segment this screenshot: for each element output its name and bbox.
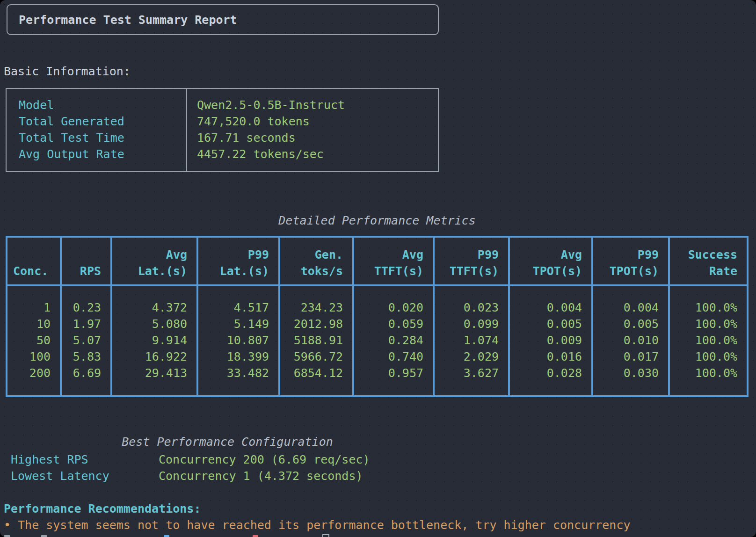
- best-config-row: Lowest LatencyConcurrency 1 (4.372 secon…: [11, 468, 370, 484]
- cell: 200: [11, 365, 51, 381]
- cell: 10: [11, 316, 51, 332]
- metrics-table-header: Conc. RPS AvgLat.(s) P99Lat.(s) Gen.toks…: [7, 238, 747, 286]
- cell: 100.0%: [674, 365, 737, 381]
- column-rps: 0.23 1.97 5.07 5.83 6.69: [60, 286, 110, 395]
- basic-info-label: Total Generated: [19, 113, 186, 130]
- cell: 100.0%: [674, 299, 737, 316]
- cell: 0.004: [514, 299, 582, 316]
- column-avg-lat: 4.372 5.080 9.914 16.922 29.413: [110, 286, 196, 395]
- cell: 0.016: [514, 348, 582, 365]
- column-header-p99-ttft: P99TTFT(s): [433, 238, 508, 284]
- cell: 10.807: [202, 332, 269, 348]
- cell: 100.0%: [674, 316, 737, 332]
- column-header-p99-tpot: P99TPOT(s): [591, 238, 668, 284]
- column-header-rps: RPS: [60, 238, 110, 284]
- cell: 33.482: [202, 365, 269, 381]
- column-p99-ttft: 0.023 0.099 1.074 2.029 3.627: [433, 286, 508, 395]
- column-header-success-rate: SuccessRate: [668, 238, 747, 284]
- cell: 3.627: [438, 365, 499, 381]
- cell: 4.372: [116, 299, 187, 316]
- basic-info-labels: Model Total Generated Total Test Time Av…: [7, 89, 187, 171]
- column-avg-ttft: 0.020 0.059 0.284 0.740 0.957: [352, 286, 433, 395]
- column-avg-tpot: 0.004 0.005 0.009 0.016 0.028: [508, 286, 591, 395]
- metrics-table-body: 1 10 50 100 200 0.23 1.97 5.07 5.83 6.69…: [7, 286, 747, 395]
- basic-info-value: 167.71 seconds: [197, 130, 438, 146]
- best-config-row: Highest RPSConcurrency 200 (6.69 req/sec…: [11, 451, 370, 468]
- clipped-glyph: [253, 535, 258, 537]
- cell: 100.0%: [674, 348, 737, 365]
- best-config-value: Concurrency 200 (6.69 req/sec): [159, 453, 370, 466]
- column-header-avg-tpot: AvgTPOT(s): [508, 238, 591, 284]
- cell: 0.028: [514, 365, 582, 381]
- recommendation-item: •The system seems not to have reached it…: [4, 517, 631, 533]
- cell: 29.413: [116, 365, 187, 381]
- cell: 6.69: [65, 365, 101, 381]
- cell: 9.914: [116, 332, 187, 348]
- column-p99-tpot: 0.004 0.005 0.010 0.017 0.030: [591, 286, 668, 395]
- cell: 0.005: [514, 316, 582, 332]
- cell: 0.005: [597, 316, 659, 332]
- clipped-glyph: [41, 535, 47, 537]
- recommendations-heading: Performance Recommendations:: [4, 501, 201, 517]
- cell: 0.740: [358, 348, 423, 365]
- basic-info-value: 747,520.0 tokens: [197, 113, 438, 130]
- cell: 18.399: [202, 348, 269, 365]
- cell: 0.030: [597, 365, 659, 381]
- column-header-avg-lat: AvgLat.(s): [110, 238, 196, 284]
- recommendation-text: The system seems not to have reached its…: [18, 518, 630, 532]
- basic-info-value: Qwen2.5-0.5B-Instruct: [197, 97, 438, 113]
- best-config-label: Lowest Latency: [11, 468, 159, 484]
- report-title: Performance Test Summary Report: [19, 12, 237, 28]
- cell: 6854.12: [284, 365, 343, 381]
- cell: 1: [11, 299, 51, 316]
- terminal-cursor: [322, 534, 329, 537]
- column-p99-lat: 4.517 5.149 10.807 18.399 33.482: [196, 286, 278, 395]
- basic-info-label: Total Test Time: [19, 130, 186, 146]
- cell: 5.080: [116, 316, 187, 332]
- column-header-p99-lat: P99Lat.(s): [196, 238, 278, 284]
- terminal-window: Performance Test Summary Report Basic In…: [0, 0, 756, 537]
- cell: 0.017: [597, 348, 659, 365]
- column-header-conc: Conc.: [7, 238, 60, 284]
- cell: 5.83: [65, 348, 101, 365]
- clipped-glyph: [164, 535, 169, 537]
- bullet-icon: •: [4, 518, 11, 532]
- cell: 50: [11, 332, 51, 348]
- best-config-value: Concurrency 1 (4.372 seconds): [159, 469, 363, 483]
- cell: 0.010: [597, 332, 659, 348]
- best-config-rows: Highest RPSConcurrency 200 (6.69 req/sec…: [11, 451, 370, 484]
- cell: 2.029: [438, 348, 499, 365]
- cell: 16.922: [116, 348, 187, 365]
- cell: 234.23: [284, 299, 343, 316]
- cell: 0.099: [438, 316, 499, 332]
- cell: 100: [11, 348, 51, 365]
- cell: 1.074: [438, 332, 499, 348]
- basic-info-heading: Basic Information:: [4, 63, 131, 80]
- basic-info-value: 4457.22 tokens/sec: [197, 146, 438, 162]
- basic-info-values: Qwen2.5-0.5B-Instruct 747,520.0 tokens 1…: [187, 89, 438, 171]
- basic-info-label: Model: [19, 97, 186, 113]
- column-header-avg-ttft: AvgTTFT(s): [352, 238, 433, 284]
- basic-info-label: Avg Output Rate: [19, 146, 186, 162]
- cell: 5.07: [65, 332, 101, 348]
- cell: 100.0%: [674, 332, 737, 348]
- clipped-next-line: [0, 533, 756, 537]
- best-config-label: Highest RPS: [11, 451, 159, 468]
- cell: 0.284: [358, 332, 423, 348]
- report-title-box: Performance Test Summary Report: [7, 4, 439, 35]
- cell: 0.009: [514, 332, 582, 348]
- cell: 5.149: [202, 316, 269, 332]
- cell: 1.97: [65, 316, 101, 332]
- cell: 4.517: [202, 299, 269, 316]
- cell: 0.059: [358, 316, 423, 332]
- cell: 0.023: [438, 299, 499, 316]
- column-header-gen-toks: Gen.toks/s: [278, 238, 352, 284]
- cell: 2012.98: [284, 316, 343, 332]
- cell: 0.957: [358, 365, 423, 381]
- cell: 5966.72: [284, 348, 343, 365]
- basic-info-table: Model Total Generated Total Test Time Av…: [6, 88, 439, 172]
- best-config-title: Best Performance Configuration: [12, 434, 443, 450]
- column-gen-toks: 234.23 2012.98 5188.91 5966.72 6854.12: [278, 286, 352, 395]
- cell: 0.004: [597, 299, 659, 316]
- clipped-glyph: [4, 535, 10, 537]
